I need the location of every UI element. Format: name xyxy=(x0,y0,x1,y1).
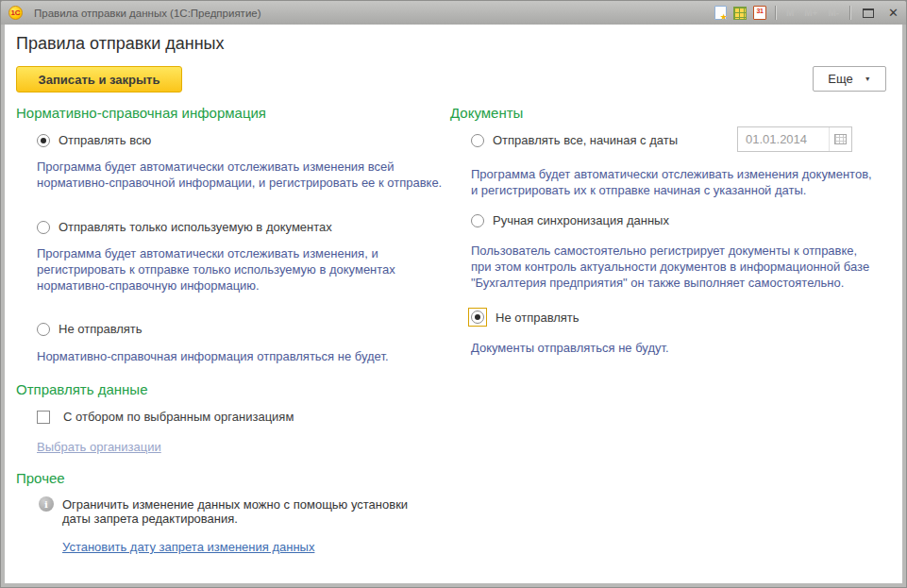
calculator-icon[interactable] xyxy=(733,7,747,20)
memory-m-plus-button: М+ xyxy=(802,8,819,18)
titlebar-separator xyxy=(775,6,776,20)
reference-info-column: Нормативно-справочная информация Отправл… xyxy=(16,99,435,555)
start-date-field[interactable]: 01.01.2014 xyxy=(737,126,852,152)
chevron-down-icon: ▼ xyxy=(865,76,871,82)
radio-label: Отправлять только используемую в докумен… xyxy=(59,220,332,234)
section-title-reference-info: Нормативно-справочная информация xyxy=(16,99,435,121)
favorites-document-icon[interactable] xyxy=(714,6,727,20)
radio-label: Не отправлять xyxy=(59,322,143,336)
save-and-close-button[interactable]: Записать и закрыть xyxy=(16,66,182,92)
radio-icon[interactable] xyxy=(37,221,50,234)
memory-m-minus-button: М- xyxy=(826,8,841,18)
description-manual-sync: Пользователь самостоятельно регистрирует… xyxy=(471,243,875,291)
radio-send-used-nsi[interactable]: Отправлять только используемую в докумен… xyxy=(37,220,435,234)
radio-no-send-docs[interactable]: Не отправлять xyxy=(471,308,877,327)
section-title-other: Прочее xyxy=(16,470,435,486)
radio-send-all-nsi[interactable]: Отправлять всю xyxy=(37,133,435,147)
calendar-day-number: 31 xyxy=(757,8,764,14)
description-no-send-nsi: Нормативно-справочная информация отправл… xyxy=(37,348,446,364)
start-date-value[interactable]: 01.01.2014 xyxy=(738,132,829,146)
radio-label: Не отправлять xyxy=(495,311,579,325)
radio-label: Отправлять все, начиная с даты xyxy=(493,133,678,147)
checkbox-icon[interactable] xyxy=(37,411,50,424)
radio-icon[interactable] xyxy=(471,311,484,324)
section-title-send-data: Отправлять данные xyxy=(16,381,435,397)
titlebar-separator xyxy=(849,6,850,20)
calendar-icon[interactable]: 31 xyxy=(753,6,766,20)
section-title-documents: Документы xyxy=(450,99,877,121)
focus-outline xyxy=(468,308,487,327)
maximize-button[interactable] xyxy=(863,8,874,18)
description-no-send-docs: Документы отправляться не будут. xyxy=(471,340,875,356)
date-picker-button[interactable] xyxy=(829,127,851,151)
radio-label: Ручная синхронизация данных xyxy=(493,213,669,227)
more-button[interactable]: Еще ▼ xyxy=(813,66,886,92)
title-bar: 1С Правила отправки данных (1С:Предприят… xyxy=(1,1,906,25)
checkbox-filter-by-orgs[interactable]: С отбором по выбранным организациям xyxy=(37,410,435,424)
checkbox-label: С отбором по выбранным организациям xyxy=(63,410,294,424)
window-title: Правила отправки данных (1С:Предприятие) xyxy=(34,8,714,19)
radio-label: Отправлять всю xyxy=(59,133,151,147)
select-organizations-link[interactable]: Выбрать организации xyxy=(37,440,161,454)
documents-column: Документы Отправлять все, начиная с даты… xyxy=(450,99,877,356)
radio-icon[interactable] xyxy=(471,134,484,147)
radio-manual-sync[interactable]: Ручная синхронизация данных xyxy=(471,213,877,227)
calendar-picker-icon xyxy=(834,134,847,144)
form-content: Правила отправки данных Записать и закры… xyxy=(5,25,902,583)
info-text: Ограничить изменение данных можно с помо… xyxy=(62,497,435,526)
info-note: i Ограничить изменение данных можно с по… xyxy=(39,497,435,526)
radio-no-send-nsi[interactable]: Не отправлять xyxy=(37,322,435,336)
radio-icon[interactable] xyxy=(471,214,484,227)
description-send-all-docs: Программа будет автоматически отслеживат… xyxy=(471,166,875,198)
radio-icon[interactable] xyxy=(37,134,50,147)
set-restriction-date-link[interactable]: Установить дату запрета изменения данных xyxy=(62,540,314,554)
description-send-used-nsi: Программа будет автоматически отслеживат… xyxy=(37,245,446,294)
1c-logo-icon: 1С xyxy=(8,6,23,20)
radio-send-all-docs-from-date[interactable]: Отправлять все, начиная с даты 01.01.201… xyxy=(471,133,877,147)
radio-icon[interactable] xyxy=(37,323,50,336)
page-title: Правила отправки данных xyxy=(16,34,225,54)
close-button[interactable]: ✕ xyxy=(886,7,900,19)
app-window: 1С Правила отправки данных (1С:Предприят… xyxy=(0,0,907,588)
info-icon: i xyxy=(39,496,54,512)
memory-m-button: М xyxy=(784,8,796,18)
description-send-all-nsi: Программа будет автоматически отслеживат… xyxy=(37,159,446,191)
more-button-label: Еще xyxy=(828,72,852,86)
